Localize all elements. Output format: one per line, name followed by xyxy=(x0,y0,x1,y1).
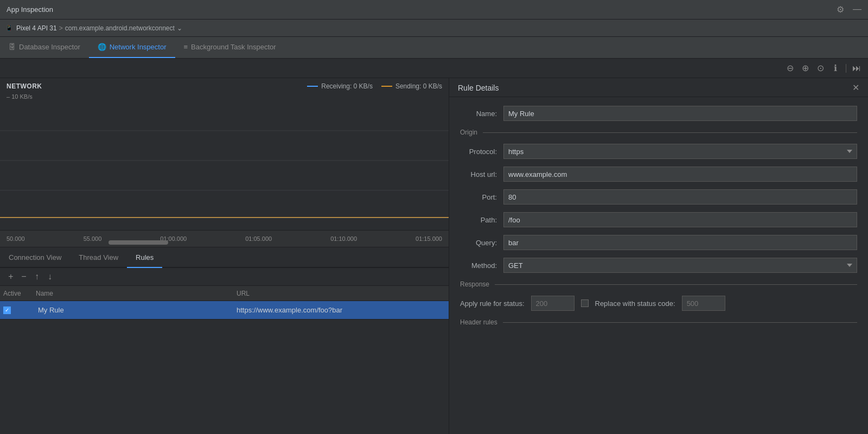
timeline: 50.000 55.000 01:00.000 01:05.000 01:10.… xyxy=(0,230,449,247)
origin-label: Origin xyxy=(460,129,477,136)
move-down-button[interactable]: ↓ xyxy=(44,271,55,282)
right-panel: Rule Details ✕ Name: Origin Protocol: ht… xyxy=(449,78,868,434)
response-divider: Response xyxy=(460,280,857,288)
method-select[interactable]: GET POST PUT DELETE PATCH xyxy=(503,258,857,273)
timeline-label-4: 01:10.000 xyxy=(330,235,357,242)
table-row[interactable]: My Rule https://www.example.com/foo?bar xyxy=(0,301,449,320)
title-bar: App Inspection ⚙ — xyxy=(0,0,868,20)
replace-label: Replace with status code: xyxy=(595,299,675,308)
sub-tab-connection[interactable]: Connection View xyxy=(0,247,70,268)
name-input[interactable] xyxy=(503,106,857,121)
rules-toolbar: + − ↑ ↓ xyxy=(0,268,449,286)
path-row: Path: xyxy=(460,212,857,227)
origin-divider-line xyxy=(483,132,857,133)
method-row: Method: GET POST PUT DELETE PATCH xyxy=(460,258,857,273)
response-divider-line xyxy=(495,284,857,285)
host-url-row: Host url: xyxy=(460,167,857,182)
remove-rule-button[interactable]: − xyxy=(18,271,29,282)
timeline-label-3: 01:05.000 xyxy=(245,235,272,242)
reset-button[interactable]: ⊙ xyxy=(814,62,826,74)
header-rules-label: Header rules xyxy=(460,318,497,326)
sub-tab-thread[interactable]: Thread View xyxy=(70,247,127,268)
device-icon: 📱 xyxy=(5,24,13,31)
skip-button[interactable]: ⏭ xyxy=(851,62,863,74)
rule-details-title: Rule Details xyxy=(458,84,499,92)
rule-url-cell: https://www.example.com/foo?bar xyxy=(237,306,445,314)
network-title: NETWORK xyxy=(7,82,42,90)
toolbar-divider xyxy=(846,64,846,73)
host-url-label: Host url: xyxy=(460,170,503,178)
col-header-url: URL xyxy=(237,290,445,297)
network-tab-icon: 🌐 xyxy=(98,43,106,51)
replace-input[interactable] xyxy=(682,296,725,311)
tab-network[interactable]: 🌐 Network Inspector xyxy=(89,37,175,58)
minimize-icon[interactable]: — xyxy=(853,4,861,15)
origin-divider: Origin xyxy=(460,129,857,136)
toolbar: ⊖ ⊕ ⊙ ℹ ⏭ xyxy=(0,59,868,78)
zoom-in-button[interactable]: ⊕ xyxy=(799,62,811,74)
apply-rule-input[interactable] xyxy=(531,296,575,311)
protocol-select[interactable]: https http any xyxy=(503,144,857,159)
chart-area xyxy=(0,101,449,222)
title-bar-controls: ⚙ — xyxy=(837,4,861,15)
receiving-line xyxy=(307,86,318,87)
sending-label: Sending: 0 KB/s xyxy=(395,82,442,90)
connection-tab-label: Connection View xyxy=(9,253,61,261)
response-label: Response xyxy=(460,280,489,288)
app-title: App Inspection xyxy=(7,5,53,14)
main-content: NETWORK Receiving: 0 KB/s Sending: 0 KB/… xyxy=(0,78,868,434)
query-input[interactable] xyxy=(503,235,857,250)
tab-bar: 🗄 Database Inspector 🌐 Network Inspector… xyxy=(0,37,868,59)
background-tab-icon: ≡ xyxy=(184,43,188,51)
protocol-label: Protocol: xyxy=(460,148,503,156)
network-header: NETWORK Receiving: 0 KB/s Sending: 0 KB/… xyxy=(0,78,449,92)
col-header-name: Name xyxy=(36,290,237,297)
tab-background[interactable]: ≡ Background Task Inspector xyxy=(175,37,285,58)
network-legend: Receiving: 0 KB/s Sending: 0 KB/s xyxy=(307,82,442,90)
name-row: Name: xyxy=(460,106,857,121)
package-name: com.example.android.networkconnect xyxy=(65,24,175,32)
legend-receiving: Receiving: 0 KB/s xyxy=(307,82,373,90)
settings-icon[interactable]: ⚙ xyxy=(837,4,844,15)
background-tab-label: Background Task Inspector xyxy=(191,43,276,51)
rules-table-header: Active Name URL xyxy=(0,286,449,301)
add-rule-button[interactable]: + xyxy=(5,271,16,282)
rules-table: Active Name URL My Rule https://www.exam… xyxy=(0,286,449,434)
zoom-out-button[interactable]: ⊖ xyxy=(784,62,796,74)
method-label: Method: xyxy=(460,261,503,270)
left-panel: NETWORK Receiving: 0 KB/s Sending: 0 KB/… xyxy=(0,78,449,434)
timeline-scrollbar[interactable] xyxy=(108,240,168,245)
header-rules-divider-line xyxy=(503,322,857,323)
timeline-label-0: 50.000 xyxy=(7,235,25,242)
network-scale: – 10 KB/s xyxy=(0,92,449,101)
timeline-label-5: 01:15.000 xyxy=(416,235,442,242)
name-label: Name: xyxy=(460,110,503,118)
legend-sending: Sending: 0 KB/s xyxy=(381,82,442,90)
device-name: Pixel 4 API 31 xyxy=(16,24,57,32)
host-url-input[interactable] xyxy=(503,167,857,182)
device-bar: 📱 Pixel 4 API 31 > com.example.android.n… xyxy=(0,20,868,37)
apply-rule-label: Apply rule for status: xyxy=(460,299,525,308)
tab-database[interactable]: 🗄 Database Inspector xyxy=(0,37,89,58)
replace-checkbox[interactable] xyxy=(581,299,589,307)
device-arrow: > xyxy=(59,24,63,32)
response-status-row: Apply rule for status: Replace with stat… xyxy=(460,296,857,311)
close-button[interactable]: ✕ xyxy=(852,84,859,92)
dropdown-icon[interactable]: ⌄ xyxy=(177,24,182,32)
move-up-button[interactable]: ↑ xyxy=(31,271,42,282)
port-input[interactable] xyxy=(503,189,857,205)
rule-details-body: Name: Origin Protocol: https http any Ho… xyxy=(449,97,868,434)
rule-checkbox[interactable] xyxy=(3,307,11,314)
thread-tab-label: Thread View xyxy=(79,253,118,261)
network-chart: NETWORK Receiving: 0 KB/s Sending: 0 KB/… xyxy=(0,78,449,230)
port-label: Port: xyxy=(460,193,503,201)
query-row: Query: xyxy=(460,235,857,250)
timeline-labels: 50.000 55.000 01:00.000 01:05.000 01:10.… xyxy=(7,235,442,242)
header-rules-divider: Header rules xyxy=(460,318,857,326)
path-input[interactable] xyxy=(503,212,857,227)
rule-details-header: Rule Details ✕ xyxy=(449,78,868,97)
sub-tab-rules[interactable]: Rules xyxy=(127,247,162,268)
timeline-label-1: 55.000 xyxy=(84,235,102,242)
rule-active-cell xyxy=(3,307,36,314)
info-button[interactable]: ℹ xyxy=(829,62,841,74)
